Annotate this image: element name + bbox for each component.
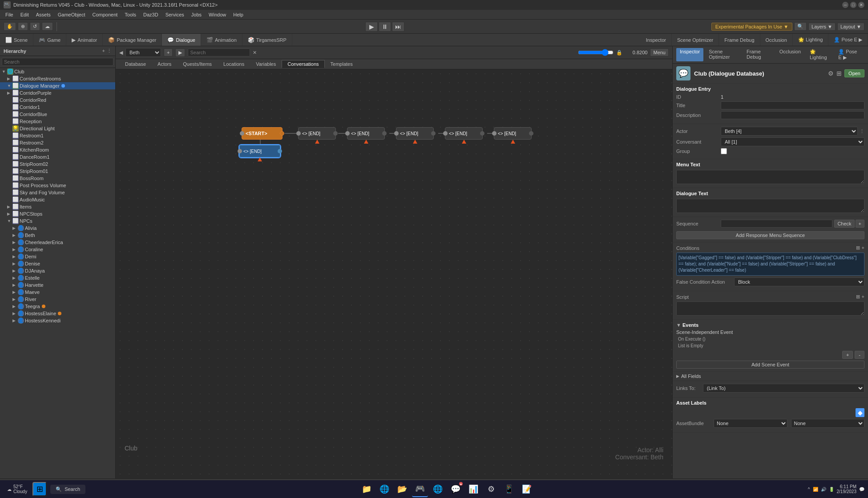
hier-item-corridorblue[interactable]: ⬜ CorridorBlue — [0, 111, 115, 118]
events-expand-arrow[interactable]: ▼ — [676, 322, 681, 328]
sequence-input[interactable] — [721, 220, 832, 228]
hier-item-audiomusic[interactable]: ⬜ AudioMusic — [0, 196, 115, 203]
subtab-variables[interactable]: Variables — [250, 60, 282, 68]
tab-tirgamessrp[interactable]: 🎲TirgamesSRP — [242, 34, 292, 46]
insp-settings-icon[interactable]: ⚙ — [828, 70, 834, 77]
tray-battery-icon[interactable]: 🔋 — [829, 487, 834, 492]
taskbar-app-excel[interactable]: 📊 — [465, 481, 481, 497]
node-end-1[interactable]: <> [END] — [298, 127, 336, 140]
hier-item-river[interactable]: ▶ 👤 River — [0, 296, 115, 303]
menu-text-input[interactable] — [676, 170, 864, 184]
hier-item-djanaya[interactable]: ▶ 👤 DJAnaya — [0, 267, 115, 274]
menu-services[interactable]: Services — [162, 11, 188, 18]
hierarchy-search-input[interactable] — [2, 58, 113, 66]
step-button[interactable]: ⏭ — [392, 22, 404, 32]
subtab-questsitems[interactable]: Quests/Items — [177, 60, 218, 68]
hier-item-npcs[interactable]: ▼ ⬜ NPCs — [0, 217, 115, 225]
check-button[interactable]: Check — [834, 220, 854, 228]
conversant-select[interactable]: All [1] — [721, 137, 864, 146]
insp-tab-lighting[interactable]: 🌟 Lighting — [806, 48, 833, 61]
hier-item-npcstops[interactable]: ▶ ⬜ NPCStops — [0, 210, 115, 217]
hier-item-estelle[interactable]: ▶ 👤 Estelle — [0, 274, 115, 281]
hier-item-cheerleadererica[interactable]: ▶ 👤 CheerleaderErica — [0, 239, 115, 246]
taskbar-app-filemanager[interactable]: 📂 — [394, 481, 410, 497]
tab-inspector[interactable]: Inspector — [641, 34, 672, 46]
insp-expand-icon[interactable]: ⊞ — [836, 70, 842, 77]
tray-volume-icon[interactable]: 🔊 — [821, 487, 826, 492]
menu-window[interactable]: Window — [205, 11, 230, 18]
tab-scene-optimizer[interactable]: Scene Optimizer — [672, 34, 719, 46]
subtab-actors[interactable]: Actors — [152, 60, 177, 68]
group-checkbox[interactable] — [721, 148, 727, 154]
add-event-plus-btn[interactable]: + — [842, 351, 853, 359]
start-button[interactable]: ⊞ — [32, 482, 47, 496]
tab-frame-debug[interactable]: Frame Debug — [719, 34, 760, 46]
menu-edit[interactable]: Edit — [17, 11, 32, 18]
toolbar-move-tool[interactable]: ⊕ — [18, 22, 28, 31]
taskbar-app-word[interactable]: 📝 — [519, 481, 535, 497]
taskbar-app-phone[interactable]: 📱 — [501, 481, 517, 497]
tab-lighting[interactable]: 🌟 Lighting — [793, 34, 829, 46]
menu-help[interactable]: Help — [230, 11, 247, 18]
taskbar-app-discord[interactable]: 💬● — [448, 481, 464, 497]
description-input[interactable] — [721, 111, 864, 119]
hier-item-danceroom1[interactable]: ⬜ DanceRoom1 — [0, 153, 115, 161]
toolbar-cloud[interactable]: ☁ — [42, 22, 53, 31]
actor-dots-icon[interactable]: ⋮ — [860, 129, 864, 134]
minimize-button[interactable]: ─ — [842, 2, 848, 8]
hier-item-harvette[interactable]: ▶ 👤 Harvette — [0, 281, 115, 289]
taskbar-app-chrome[interactable]: 🌐 — [430, 481, 446, 497]
insp-tab-pose-e[interactable]: 👤 Pose E ▶ — [835, 48, 864, 61]
dialogue-text-input[interactable] — [676, 199, 864, 213]
search-clear-icon[interactable]: ✕ — [253, 50, 257, 56]
tab-occlusion[interactable]: Occlusion — [760, 34, 793, 46]
menu-tools[interactable]: Tools — [121, 11, 140, 18]
sequence-plus-btn[interactable]: + — [856, 220, 864, 228]
tab-scene[interactable]: ⬜Scene — [0, 34, 33, 46]
taskbar-search[interactable]: 🔍 Search — [50, 485, 85, 494]
layers-dropdown-btn[interactable]: Layers ▼ — [808, 23, 836, 31]
node-end-4[interactable]: <> [END] — [445, 127, 483, 140]
script-expand-icon[interactable]: ⊞ — [856, 294, 860, 300]
insp-tab-inspector[interactable]: Inspector — [676, 48, 703, 61]
taskbar-app-explorer[interactable]: 📁 — [359, 481, 375, 497]
subtab-locations[interactable]: Locations — [218, 60, 250, 68]
conversation-select[interactable]: Beth — [125, 48, 161, 57]
hier-item-kitchenroom[interactable]: ⬜ KitchenRoom — [0, 146, 115, 153]
dialogue-canvas[interactable]: <START> <> [END] <> [END] <> [END] — [116, 69, 672, 478]
hier-item-hostkennedi[interactable]: ▶ 👤 HostessKennedi — [0, 317, 115, 324]
hier-item-corridorrestrooms[interactable]: ▶ ⬜ CorridorRestrooms — [0, 75, 115, 82]
hier-item-hostelaine[interactable]: ▶ 👤 HostessElaine — [0, 310, 115, 317]
hier-item-coraline[interactable]: ▶ 👤 Coraline — [0, 246, 115, 253]
conditions-more-icon[interactable]: + — [862, 245, 864, 251]
hier-item-bossroom[interactable]: ⬜ BossRoom — [0, 175, 115, 182]
zoom-slider[interactable] — [578, 49, 614, 56]
hier-item-skyfog[interactable]: ⬜ Sky and Fog Volume — [0, 189, 115, 196]
menu-gameobject[interactable]: GameObject — [54, 11, 89, 18]
menu-button[interactable]: Menu — [650, 48, 669, 56]
hier-item-striproom02[interactable]: ⬜ StripRoom02 — [0, 161, 115, 168]
hier-item-restroom2[interactable]: ⬜ Restroom2 — [0, 139, 115, 146]
insp-tab-scene-optimizer[interactable]: Scene Optimizer — [705, 48, 741, 61]
all-fields-section[interactable]: ▶ All Fields — [673, 372, 868, 381]
toolbar-hand-tool[interactable]: ✋ — [4, 22, 16, 31]
experimental-packages-btn[interactable]: Experimental Packages In Use ▼ — [711, 23, 792, 31]
taskbar-app-unity[interactable]: 🎮 — [412, 481, 428, 497]
node-end-selected[interactable]: <> [END] — [239, 145, 280, 157]
hier-item-striproom01[interactable]: ⬜ StripRoom01 — [0, 168, 115, 175]
pause-button[interactable]: ⏸ — [379, 22, 391, 32]
asset-bundle-select2[interactable]: None — [791, 419, 865, 428]
insp-tab-frame-debug[interactable]: Frame Debug — [743, 48, 774, 61]
hier-item-corridorred[interactable]: ⬜ CorridorRed — [0, 96, 115, 104]
node-start[interactable]: <START> — [242, 127, 283, 140]
tab-animation[interactable]: 🎬Animation — [201, 34, 242, 46]
hier-item-maeve[interactable]: ▶ 👤 Maeve — [0, 289, 115, 296]
tray-notification-icon[interactable]: 💬 — [859, 487, 864, 492]
hier-item-reception[interactable]: ⬜ Reception — [0, 118, 115, 125]
node-end-2[interactable]: <> [END] — [347, 127, 385, 140]
script-input[interactable] — [676, 301, 864, 316]
hierarchy-add-icon[interactable]: + — [102, 48, 105, 54]
conditions-expand-icon[interactable]: ⊞ — [856, 245, 860, 251]
hier-item-dialogue-manager[interactable]: ▼ ⬜ Dialogue Manager — [0, 82, 115, 89]
maximize-button[interactable]: □ — [850, 2, 856, 8]
